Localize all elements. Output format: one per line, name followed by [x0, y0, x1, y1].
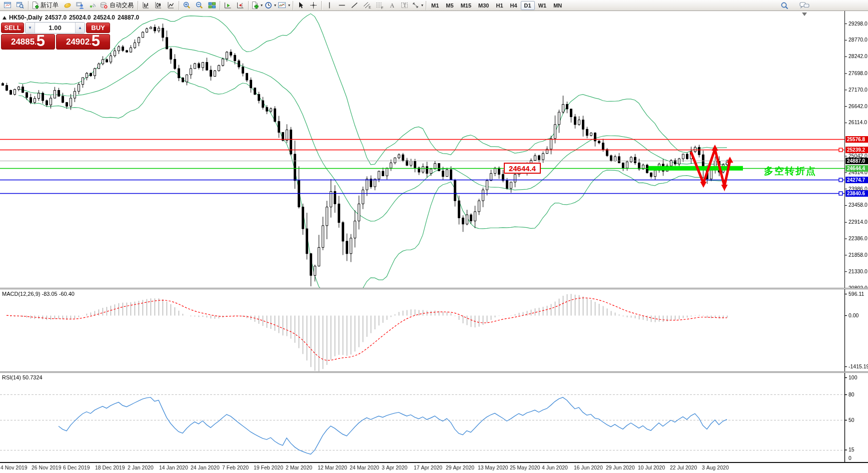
auto-scroll-button[interactable]: [222, 1, 234, 11]
mt4-window: 新订单 自动交易: [0, 0, 868, 473]
price-level-label-25239.2[interactable]: 25239.2: [845, 147, 868, 153]
signals-icon: [89, 2, 97, 9]
periods-button[interactable]: ▾: [264, 1, 277, 11]
time-axis-border: [0, 462, 868, 463]
macd-pane-separator[interactable]: [0, 288, 868, 289]
templates-icon: [278, 2, 286, 9]
buy-button[interactable]: BUY: [86, 23, 110, 33]
indicators-button[interactable]: ▾: [250, 1, 264, 11]
toolbar-separator: [321, 1, 322, 10]
tile-windows-icon: [208, 2, 216, 9]
ohlc-open: 24537.0: [45, 14, 67, 21]
templates-button[interactable]: ▾: [277, 1, 291, 11]
text-tool-button[interactable]: A: [386, 1, 398, 11]
new-order-label: 新订单: [41, 1, 59, 10]
terminal-button[interactable]: [74, 1, 86, 11]
crosshair-tool-button[interactable]: [307, 1, 320, 11]
turning-point-annotation[interactable]: 多空转折点: [764, 165, 816, 178]
price-level-label-24644.4[interactable]: 24644.4: [845, 165, 868, 172]
buy-button-label: BUY: [91, 24, 105, 32]
rsi-pane-separator[interactable]: [0, 371, 868, 373]
toolbar-separator: [293, 1, 293, 10]
price-level-label-25576.8[interactable]: 25576.8: [845, 136, 868, 143]
timeframe-mn[interactable]: MN: [550, 1, 565, 10]
timeframe-m30[interactable]: M30: [475, 1, 492, 10]
zoom-in-button[interactable]: [181, 1, 193, 11]
timeframe-h4[interactable]: H4: [507, 1, 521, 10]
toolbar-separator: [426, 1, 426, 10]
date-axis-canvas[interactable]: [0, 463, 868, 473]
vertical-line-tool-button[interactable]: [323, 1, 336, 11]
bar-chart-icon: [142, 2, 150, 9]
svg-text:E: E: [369, 6, 371, 9]
new-order-button[interactable]: 新订单: [30, 1, 61, 11]
toolbar-separator: [248, 1, 249, 10]
indicators-icon: [251, 2, 259, 9]
zoom-out-button[interactable]: [193, 1, 206, 11]
trendline-tool-button[interactable]: [348, 1, 361, 11]
price-level-label-24274.7[interactable]: 24274.7: [845, 177, 868, 183]
chart-shift-button[interactable]: [234, 1, 247, 11]
new-chart-button[interactable]: [2, 1, 14, 11]
timeframe-m1[interactable]: M1: [428, 1, 442, 10]
buy-price-button[interactable]: 24902.5: [56, 34, 110, 50]
clock-icon: [265, 2, 272, 9]
metaeditor-button[interactable]: [61, 1, 74, 11]
cursor-tool-button[interactable]: [295, 1, 307, 11]
volume-value[interactable]: 1.00: [35, 23, 75, 33]
fibonacci-tool-button[interactable]: F: [373, 1, 386, 11]
signals-button[interactable]: [86, 1, 99, 11]
candlestick-chart-button[interactable]: [152, 1, 165, 11]
timeframe-m15[interactable]: M15: [457, 1, 475, 10]
profiles-button[interactable]: [14, 1, 27, 11]
search-button[interactable]: [778, 1, 791, 11]
horizontal-line-tool-button[interactable]: [336, 1, 348, 11]
autotrading-button[interactable]: 自动交易: [99, 1, 136, 11]
rsi-pane-canvas[interactable]: [0, 373, 868, 462]
timeframe-h1[interactable]: H1: [492, 1, 506, 10]
macd-indicator-label: MACD(12,26,9) -83.05 -60.40: [2, 291, 75, 297]
volume-increase-button[interactable]: ▲: [75, 23, 85, 33]
timeframe-w1[interactable]: W1: [535, 1, 550, 10]
tile-windows-button[interactable]: [206, 1, 218, 11]
price-level-label-23840.6[interactable]: 23840.6: [845, 190, 868, 197]
sell-price-button[interactable]: 24885.5: [1, 34, 55, 50]
price-callout-annotation[interactable]: 24644.4: [504, 163, 541, 174]
toolbar-separator: [28, 1, 29, 10]
volume-decrease-button[interactable]: ▼: [26, 23, 35, 33]
toolbar: 新订单 自动交易: [0, 0, 868, 11]
timeframe-d1[interactable]: D1: [521, 1, 535, 10]
ohlc-high: 25024.0: [69, 14, 91, 21]
arrows-dropdown-caret[interactable]: ▾: [421, 3, 423, 8]
collapse-panel-icon[interactable]: [3, 16, 7, 20]
arrows-icon: [412, 2, 419, 9]
indicators-dropdown-caret[interactable]: ▾: [261, 3, 263, 8]
templates-dropdown-caret[interactable]: ▾: [288, 3, 290, 8]
vertical-line-icon: [326, 2, 333, 9]
chart-area: HK50-,Daily 24537.0 25024.0 24524.0 2488…: [0, 11, 868, 473]
buy-price-frac: 5: [92, 34, 100, 48]
line-chart-icon: [167, 2, 175, 9]
periods-dropdown-caret[interactable]: ▾: [274, 3, 276, 8]
terminal-icon: [76, 2, 84, 9]
crosshair-icon: [310, 2, 317, 9]
bar-chart-button[interactable]: [140, 1, 152, 11]
macd-pane-canvas[interactable]: [0, 289, 868, 371]
zoom-in-icon: [183, 2, 191, 9]
text-label-tool-button[interactable]: T: [398, 1, 411, 11]
sell-button[interactable]: SELL: [1, 23, 24, 33]
auto-scroll-icon: [224, 2, 232, 9]
ohlc-close: 24887.0: [118, 14, 139, 21]
candlestick-chart-icon: [155, 2, 162, 9]
text-icon: A: [388, 2, 396, 9]
equidistant-channel-tool-button[interactable]: E: [361, 1, 373, 11]
timeframe-m5[interactable]: M5: [442, 1, 457, 10]
main-chart-canvas[interactable]: [0, 11, 868, 288]
price-level-label-24887.0[interactable]: 24887.0: [845, 158, 868, 164]
line-chart-button[interactable]: [165, 1, 177, 11]
chart-shift-marker[interactable]: [802, 13, 807, 16]
arrows-tool-button[interactable]: ▾: [411, 1, 424, 11]
chat-button[interactable]: [798, 1, 810, 11]
svg-text:F: F: [381, 6, 383, 10]
buy-price-main: 24902: [66, 36, 90, 48]
